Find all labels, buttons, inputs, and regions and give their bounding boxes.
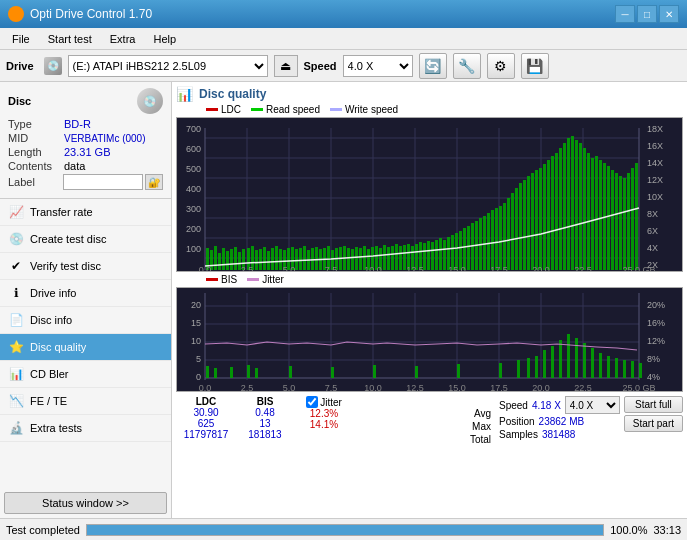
bis-total: 181813 xyxy=(248,429,281,440)
disc-label-icon-btn[interactable]: 🔐 xyxy=(145,174,163,190)
svg-rect-131 xyxy=(591,158,594,270)
svg-rect-205 xyxy=(623,360,626,378)
top-chart-legend: LDC Read speed Write speed xyxy=(206,104,683,115)
nav-transfer-rate-label: Transfer rate xyxy=(30,206,93,218)
nav-verify-test-disc-label: Verify test disc xyxy=(30,260,101,272)
svg-text:14X: 14X xyxy=(647,158,663,168)
svg-rect-128 xyxy=(579,143,582,270)
speed-select[interactable]: 4.0 X 1.0 X 2.0 X 6.0 X 8.0 X xyxy=(343,55,413,77)
svg-rect-125 xyxy=(567,138,570,270)
fe-te-icon: 📉 xyxy=(8,393,24,409)
refresh-button[interactable]: 🔄 xyxy=(419,53,447,79)
svg-rect-132 xyxy=(595,156,598,270)
svg-rect-190 xyxy=(457,364,460,378)
svg-rect-186 xyxy=(289,366,292,378)
nav-fe-te[interactable]: 📉 FE / TE xyxy=(0,388,171,415)
length-label: Length xyxy=(8,146,64,158)
menu-help[interactable]: Help xyxy=(145,31,184,47)
bottom-chart-legend: BIS Jitter xyxy=(206,274,683,285)
speed-stats-col: Speed 4.18 X 4.0 X Position 23862 MB Sam… xyxy=(499,396,620,440)
nav-create-test-disc-label: Create test disc xyxy=(30,233,106,245)
nav-cd-bler[interactable]: 📊 CD Bler xyxy=(0,361,171,388)
svg-text:200: 200 xyxy=(186,224,201,234)
svg-rect-154 xyxy=(177,288,682,391)
nav-extra-tests[interactable]: 🔬 Extra tests xyxy=(0,415,171,442)
svg-rect-116 xyxy=(531,173,534,270)
svg-rect-39 xyxy=(222,248,225,270)
svg-text:22.5: 22.5 xyxy=(574,383,592,391)
svg-text:7.5: 7.5 xyxy=(325,265,338,271)
nav-disc-info[interactable]: 📄 Disc info xyxy=(0,307,171,334)
svg-rect-191 xyxy=(499,363,502,378)
svg-rect-204 xyxy=(615,358,618,378)
menu-start-test[interactable]: Start test xyxy=(40,31,100,47)
svg-rect-50 xyxy=(267,251,270,270)
drive-bar: Drive 💿 (E:) ATAPI iHBS212 2.5L09 ⏏ Spee… xyxy=(0,50,687,82)
write-speed-legend-color xyxy=(330,108,342,111)
svg-rect-121 xyxy=(551,156,554,270)
jitter-avg: 12.3% xyxy=(310,408,338,419)
svg-rect-73 xyxy=(359,248,362,270)
start-full-button[interactable]: Start full xyxy=(624,396,683,413)
svg-rect-42 xyxy=(234,247,237,270)
svg-rect-113 xyxy=(519,183,522,270)
minimize-button[interactable]: ─ xyxy=(615,5,635,23)
drive-eject-button[interactable]: ⏏ xyxy=(274,55,298,77)
bis-legend-label: BIS xyxy=(221,274,237,285)
svg-text:10.0: 10.0 xyxy=(364,383,382,391)
nav-transfer-rate[interactable]: 📈 Transfer rate xyxy=(0,199,171,226)
svg-text:100: 100 xyxy=(186,244,201,254)
app-icon xyxy=(8,6,24,22)
svg-rect-59 xyxy=(303,246,306,270)
svg-rect-91 xyxy=(431,242,434,270)
svg-text:0.0: 0.0 xyxy=(199,265,212,271)
status-window-button[interactable]: Status window >> xyxy=(4,492,167,514)
svg-text:500: 500 xyxy=(186,164,201,174)
jitter-checkbox[interactable] xyxy=(306,396,318,408)
top-chart-svg: 700 600 500 400 300 200 100 18X 16X 14X … xyxy=(177,118,682,271)
svg-rect-129 xyxy=(583,148,586,270)
menu-file[interactable]: File xyxy=(4,31,38,47)
svg-rect-195 xyxy=(543,350,546,378)
status-bar: Test completed 100.0% 33:13 xyxy=(0,518,687,540)
bottom-chart: 20 15 10 5 0 20% 16% 12% 8% 4% xyxy=(176,287,683,392)
svg-text:8%: 8% xyxy=(647,354,660,364)
menu-extra[interactable]: Extra xyxy=(102,31,144,47)
nav-drive-info[interactable]: ℹ Drive info xyxy=(0,280,171,307)
svg-rect-203 xyxy=(607,356,610,378)
svg-text:16X: 16X xyxy=(647,141,663,151)
maximize-button[interactable]: □ xyxy=(637,5,657,23)
svg-rect-207 xyxy=(639,363,642,378)
svg-rect-49 xyxy=(263,247,266,270)
speed-stat-select[interactable]: 4.0 X xyxy=(565,396,620,414)
svg-text:4X: 4X xyxy=(647,243,658,253)
svg-rect-189 xyxy=(415,366,418,378)
jitter-label: Jitter xyxy=(320,397,342,408)
settings-button1[interactable]: 🔧 xyxy=(453,53,481,79)
nav-disc-quality[interactable]: ⭐ Disc quality xyxy=(0,334,171,361)
bottom-chart-svg: 20 15 10 5 0 20% 16% 12% 8% 4% xyxy=(177,288,682,391)
jitter-legend-label: Jitter xyxy=(262,274,284,285)
nav-verify-test-disc[interactable]: ✔ Verify test disc xyxy=(0,253,171,280)
row-labels: Avg Max Total xyxy=(470,408,491,445)
svg-rect-185 xyxy=(255,368,258,378)
svg-rect-47 xyxy=(255,250,258,270)
svg-rect-62 xyxy=(315,247,318,270)
svg-text:17.5: 17.5 xyxy=(490,383,508,391)
svg-text:5: 5 xyxy=(196,354,201,364)
mid-label: MID xyxy=(8,132,64,144)
svg-text:700: 700 xyxy=(186,124,201,134)
start-part-button[interactable]: Start part xyxy=(624,415,683,432)
disc-label-input[interactable] xyxy=(63,174,143,190)
svg-rect-94 xyxy=(443,240,446,270)
jitter-legend-color xyxy=(247,278,259,281)
svg-text:10X: 10X xyxy=(647,192,663,202)
drive-select[interactable]: (E:) ATAPI iHBS212 2.5L09 xyxy=(68,55,268,77)
nav-create-test-disc[interactable]: 💿 Create test disc xyxy=(0,226,171,253)
close-button[interactable]: ✕ xyxy=(659,5,679,23)
svg-text:0: 0 xyxy=(196,372,201,382)
save-button[interactable]: 💾 xyxy=(521,53,549,79)
position-label: Position xyxy=(499,416,535,427)
settings-button2[interactable]: ⚙ xyxy=(487,53,515,79)
svg-rect-106 xyxy=(491,210,494,270)
